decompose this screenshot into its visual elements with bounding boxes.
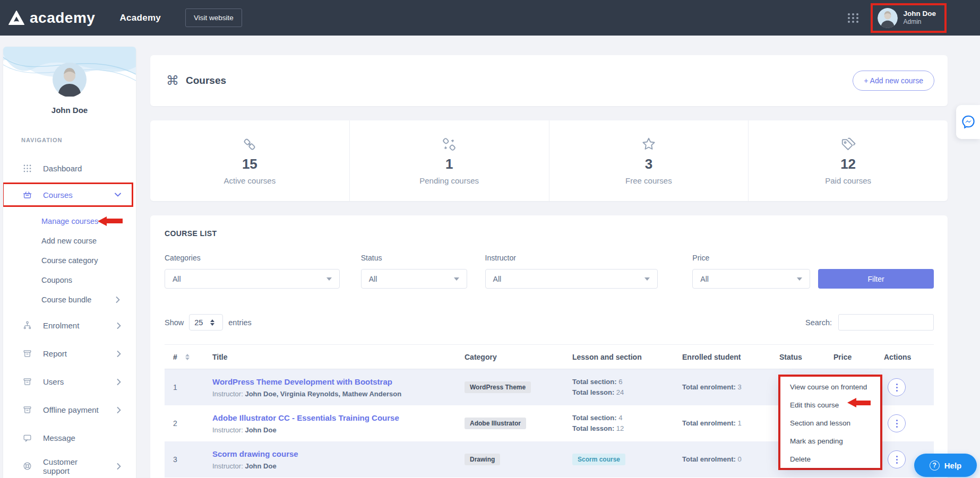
logo-text: academy (30, 10, 95, 27)
table-header-row: # Title Category Lesson and section Enro… (165, 345, 934, 369)
caret-down-icon (644, 277, 650, 281)
enrolled-cell: Total enrolment: 1 (666, 418, 767, 429)
sidebar-item-customer-support[interactable]: Customer support (3, 452, 136, 478)
search-group: Search: (805, 314, 934, 331)
column-header-number[interactable]: # (165, 353, 202, 361)
courses-submenu: Manage courses Add new course Course cat… (3, 208, 136, 311)
sidebar-item-label: Message (43, 433, 75, 442)
visit-website-button[interactable]: Visit website (185, 8, 242, 27)
row-number: 2 (165, 419, 202, 428)
instructor-line: Instructor: John Doe, Virginia Reynolds,… (212, 390, 449, 398)
actions-cell (876, 378, 934, 396)
menu-item-section-lesson[interactable]: Section and lesson (780, 414, 880, 432)
stat-paid-courses: 12 Paid courses (749, 120, 948, 201)
sidebar-item-label: Users (43, 377, 64, 386)
column-header-category[interactable]: Category (449, 353, 557, 361)
enrolled-cell: Total enrolment: 0 (666, 454, 767, 465)
star-icon (641, 136, 657, 152)
stepper-arrows-icon (210, 319, 214, 326)
column-header-actions: Actions (876, 353, 934, 361)
stat-value: 3 (645, 156, 652, 172)
select-value: All (173, 275, 181, 283)
caret-down-icon (326, 277, 332, 281)
row-actions-context-menu: View course on frontend Edit this course… (780, 377, 880, 468)
menu-item-mark-pending[interactable]: Mark as pending (780, 432, 880, 450)
scorm-course-badge: Scorm course (572, 454, 625, 465)
sidebar-item-label: Offline payment (43, 405, 99, 414)
sidebar-item-label: Manage courses (41, 217, 98, 225)
price-select[interactable]: All (692, 269, 810, 289)
question-mark-icon: ? (930, 460, 940, 471)
annotation-arrow-manage-courses (98, 216, 123, 226)
select-value: All (493, 275, 502, 283)
row-number: 1 (165, 383, 202, 392)
entries-count-select[interactable]: 25 (189, 314, 223, 331)
apps-grid-icon[interactable] (848, 13, 859, 23)
sidebar-item-manage-courses[interactable]: Manage courses (3, 211, 136, 231)
column-header-status[interactable]: Status (767, 353, 823, 361)
broken-link-icon (441, 136, 457, 152)
sidebar-profile: John Doe (3, 47, 136, 115)
column-header-enrolled-student[interactable]: Enrolled student (666, 353, 767, 361)
filter-button[interactable]: Filter (818, 269, 934, 289)
chevron-right-icon (116, 297, 120, 303)
column-header-price[interactable]: Price (823, 353, 876, 361)
filter-status: Status All (361, 254, 467, 289)
show-entries: Show 25 entries (165, 314, 252, 331)
sidebar-item-report[interactable]: Report (3, 340, 136, 368)
categories-select[interactable]: All (165, 269, 340, 289)
category-cell: WordPress Theme (449, 381, 557, 393)
avatar (53, 89, 87, 98)
stat-label: Active courses (224, 176, 276, 185)
sidebar-item-offline-payment[interactable]: Offline payment (3, 396, 136, 424)
sidebar-item-courses[interactable]: Courses (3, 181, 136, 208)
sidebar-item-coupons[interactable]: Coupons (3, 270, 136, 290)
category-cell: Adobe Illustrator (449, 418, 557, 429)
stat-value: 12 (840, 156, 856, 172)
filter-label: Instructor (485, 254, 658, 262)
show-label: Show (165, 318, 184, 327)
row-actions-button[interactable] (888, 378, 906, 396)
sidebar-item-dashboard[interactable]: Dashboard (3, 155, 136, 181)
sidebar: John Doe NAVIGATION Dashboard (3, 47, 136, 478)
course-title-link[interactable]: WordPress Theme Development with Bootstr… (212, 377, 392, 386)
chevron-right-icon (117, 351, 121, 357)
academy-logo-icon (8, 11, 24, 25)
sidebar-item-label: Coupons (41, 276, 72, 284)
sidebar-item-course-category[interactable]: Course category (3, 250, 136, 270)
select-value: All (700, 275, 709, 283)
stat-pending-courses: 1 Pending courses (350, 120, 549, 201)
site-name: Academy (119, 13, 161, 23)
topbar-user-menu[interactable]: John Doe Admin (871, 3, 947, 33)
status-select[interactable]: All (361, 269, 467, 289)
sidebar-item-add-new-course[interactable]: Add new course (3, 231, 136, 250)
column-header-lesson-section[interactable]: Lesson and section (557, 353, 666, 361)
add-new-course-button[interactable]: + Add new course (853, 71, 934, 91)
sidebar-item-label: Customer support (43, 457, 106, 475)
messenger-chat-tab[interactable] (956, 105, 980, 139)
sidebar-item-users[interactable]: Users (3, 368, 136, 396)
row-number: 3 (165, 455, 202, 464)
help-button[interactable]: ? Help (914, 454, 977, 477)
table-controls: Show 25 entries Search: (165, 314, 934, 331)
instructor-select[interactable]: All (485, 269, 658, 289)
column-header-title[interactable]: Title (202, 353, 449, 361)
row-actions-button[interactable] (888, 450, 906, 468)
academy-admin-app: academy Academy Visit website John Doe (0, 0, 980, 478)
tags-icon (840, 136, 856, 152)
row-actions-button[interactable] (888, 414, 906, 432)
menu-item-delete[interactable]: Delete (780, 450, 880, 468)
sort-icon (185, 354, 190, 360)
menu-item-view-course[interactable]: View course on frontend (780, 378, 880, 396)
sidebar-item-message[interactable]: Message (3, 424, 136, 452)
instructor-line: Instructor: John Doe (212, 426, 449, 434)
course-title-link[interactable]: Scorm drawing course (212, 449, 298, 458)
chevron-right-icon (117, 323, 121, 329)
search-input[interactable] (838, 314, 934, 331)
sidebar-item-enrolment[interactable]: Enrolment (3, 311, 136, 340)
stat-label: Pending courses (419, 176, 479, 185)
sidebar-item-course-bundle[interactable]: Course bundle (3, 290, 136, 309)
filter-label: Price (692, 254, 810, 262)
chevron-right-icon (117, 407, 121, 413)
course-title-link[interactable]: Adobe Illustrator CC - Essentials Traini… (212, 413, 399, 422)
